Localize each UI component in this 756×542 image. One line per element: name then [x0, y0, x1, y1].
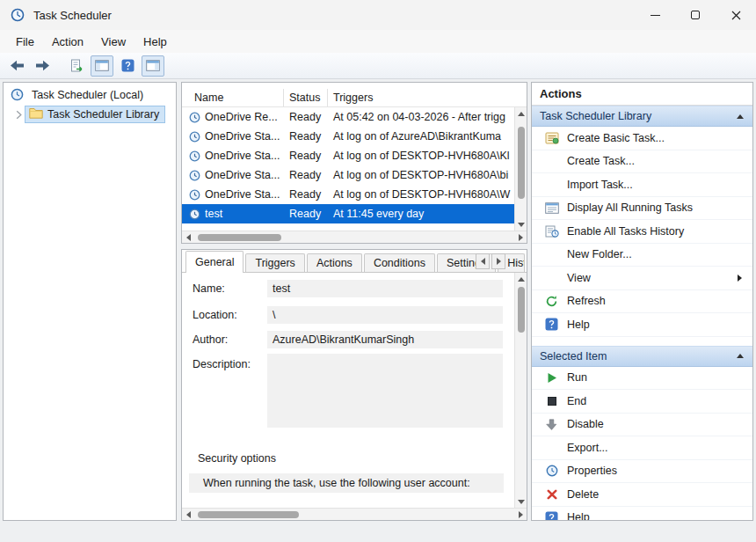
tab-triggers[interactable]: Triggers [245, 253, 304, 272]
action-item-label: Create Task... [567, 155, 635, 167]
scrollbar-thumb[interactable] [518, 287, 525, 333]
menu-help[interactable]: Help [134, 33, 176, 51]
maximize-button[interactable] [675, 0, 716, 30]
description-field-label: Description: [193, 358, 251, 370]
collapse-icon[interactable] [737, 354, 744, 358]
minimize-icon [651, 15, 660, 16]
action-disable[interactable]: Disable [532, 414, 752, 437]
author-field-label: Author: [193, 333, 228, 346]
close-button[interactable] [716, 0, 756, 30]
task-row[interactable]: OneDrive Sta... Ready At log on of DESKT… [182, 185, 514, 204]
task-row[interactable]: OneDrive Sta... Ready At log on of Azure… [182, 127, 514, 146]
task-name: OneDrive Sta... [205, 188, 284, 201]
task-row-selected[interactable]: test Ready At 11:45 every day [182, 204, 514, 223]
tab-conditions[interactable]: Conditions [364, 253, 435, 272]
action-export[interactable]: Export... [532, 436, 752, 460]
action-help-selected[interactable]: Help [532, 507, 752, 522]
back-button[interactable] [5, 55, 28, 77]
disable-icon [544, 417, 559, 431]
tab-actions[interactable]: Actions [307, 253, 362, 272]
scroll-left-button[interactable] [182, 509, 194, 521]
action-view[interactable]: View [532, 267, 752, 290]
tree-item-task-scheduler-library[interactable]: Task Scheduler Library [25, 106, 165, 123]
action-properties[interactable]: Properties [532, 460, 752, 484]
scroll-right-button[interactable] [514, 231, 527, 244]
scroll-up-button[interactable] [515, 273, 527, 285]
task-list-horizontal-scrollbar[interactable] [182, 231, 527, 243]
scrollbar-thumb[interactable] [198, 511, 299, 518]
run-icon [544, 370, 559, 385]
action-refresh[interactable]: Refresh [532, 290, 752, 314]
task-clock-icon [189, 209, 201, 220]
action-create-task[interactable]: Create Task... [532, 150, 752, 174]
window-title: Task Scheduler [33, 9, 112, 22]
console-tree-panel: Task Scheduler (Local) Task Scheduler Li… [3, 82, 177, 521]
task-name: OneDrive Sta... [205, 150, 284, 162]
action-item-label: Delete [567, 488, 599, 501]
task-row[interactable]: OneDrive Sta... Ready At log on of DESKT… [182, 165, 514, 185]
task-clock-icon [189, 150, 201, 162]
scroll-right-button[interactable] [514, 509, 527, 521]
general-tab-content: Name: test Location: \ Author: AzureAD\B… [182, 273, 527, 508]
action-end[interactable]: End [532, 390, 752, 414]
properties-icon [544, 464, 559, 478]
help-button[interactable] [116, 55, 139, 77]
tree-library-label: Task Scheduler Library [47, 108, 159, 121]
tab-scroll-left-button[interactable] [476, 253, 490, 269]
submenu-arrow-icon [738, 275, 742, 282]
column-header-name[interactable]: Name [182, 89, 284, 106]
task-clock-icon [189, 170, 201, 181]
actions-panel: Actions Task Scheduler Library Create Ba… [531, 82, 753, 521]
task-name: test [205, 208, 284, 220]
minimize-button[interactable] [635, 0, 675, 30]
help-icon [544, 510, 559, 521]
task-clock-icon [189, 112, 201, 123]
chevron-expand-icon[interactable] [16, 110, 22, 120]
task-triggers: At 05:42 on 04-03-2026 - After trigg [328, 111, 514, 123]
column-header-triggers[interactable]: Triggers [328, 89, 527, 106]
scrollbar-thumb[interactable] [518, 127, 525, 199]
action-help[interactable]: Help [532, 313, 752, 337]
menu-file[interactable]: File [7, 33, 43, 51]
scroll-down-button[interactable] [515, 218, 527, 231]
section-header-selected-item[interactable]: Selected Item [532, 346, 752, 367]
action-item-label: Help [567, 319, 590, 331]
details-tab-bar: General Triggers Actions Conditions Sett… [182, 250, 527, 273]
action-run[interactable]: Run [532, 367, 752, 391]
collapse-icon[interactable] [737, 114, 744, 119]
action-delete[interactable]: Delete [532, 483, 752, 507]
action-create-basic-task[interactable]: Create Basic Task... [532, 127, 752, 150]
action-display-all-running-tasks[interactable]: Display All Running Tasks [532, 197, 752, 221]
scroll-left-button[interactable] [182, 231, 194, 244]
action-item-label: View [567, 272, 591, 284]
action-item-label: New Folder... [567, 248, 632, 260]
action-item-label: Create Basic Task... [567, 132, 665, 144]
scroll-down-button[interactable] [515, 495, 527, 508]
action-item-label: Run [567, 371, 587, 384]
menu-action[interactable]: Action [43, 33, 92, 51]
maximize-icon [691, 11, 700, 19]
tab-general[interactable]: General [185, 251, 244, 273]
task-row[interactable]: OneDrive Re... Ready At 05:42 on 04-03-2… [182, 107, 514, 127]
menu-view[interactable]: View [92, 33, 134, 51]
task-row[interactable]: OneDrive Sta... Ready At log on of DESKT… [182, 146, 514, 165]
action-import-task[interactable]: Import Task... [532, 173, 752, 197]
console-tree-toggle-button[interactable] [91, 55, 113, 77]
task-list-vertical-scrollbar[interactable] [514, 107, 527, 231]
export-list-button[interactable] [65, 55, 88, 77]
app-clock-icon [11, 8, 25, 22]
location-field-label: Location: [193, 309, 237, 321]
column-header-status[interactable]: Status [284, 89, 328, 106]
scroll-up-button[interactable] [515, 107, 527, 120]
scrollbar-thumb[interactable] [198, 234, 281, 241]
action-item-label: Refresh [567, 295, 606, 307]
forward-button[interactable] [31, 55, 54, 77]
tree-item-task-scheduler-local[interactable]: Task Scheduler (Local) [4, 83, 176, 104]
action-enable-all-tasks-history[interactable]: Enable All Tasks History [532, 220, 752, 244]
action-new-folder[interactable]: New Folder... [532, 244, 752, 267]
action-pane-toggle-button[interactable] [142, 55, 164, 77]
details-vertical-scrollbar[interactable] [514, 273, 527, 508]
details-horizontal-scrollbar[interactable] [182, 508, 527, 520]
section-header-task-scheduler-library[interactable]: Task Scheduler Library [532, 106, 752, 127]
tab-scroll-right-button[interactable] [491, 253, 505, 269]
